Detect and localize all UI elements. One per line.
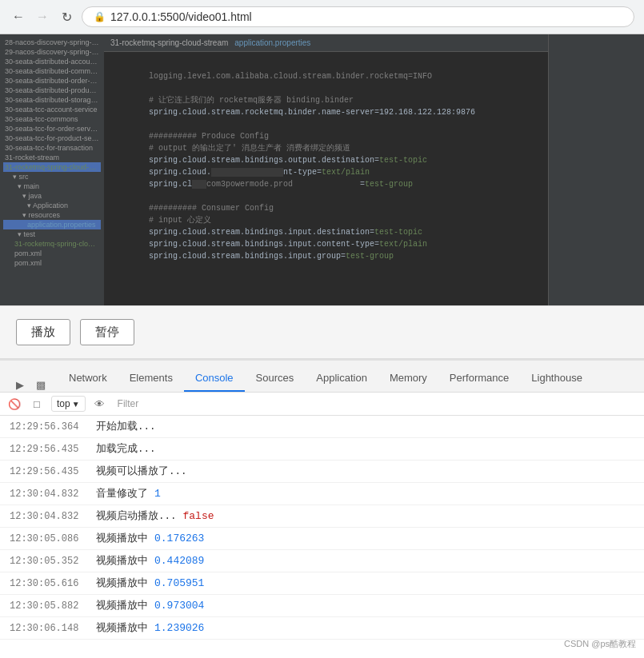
tab-lighthouse[interactable]: Lighthouse	[520, 365, 594, 392]
console-level-value: top	[57, 398, 70, 409]
console-level-dropdown[interactable]: top ▼	[51, 396, 86, 412]
tree-item: 30-seata-distributed-account-service	[3, 57, 101, 66]
ide-code-content: logging.level.com.alibaba.cloud.stream.b…	[104, 52, 548, 281]
log-message: 视频播放中	[96, 599, 148, 612]
tree-item: ▾ java	[3, 191, 101, 201]
back-button[interactable]: ←	[10, 8, 27, 26]
log-message: 视频可以播放了...	[96, 465, 187, 478]
console-toolbar: 🚫 □ top ▼ 👁	[0, 393, 644, 416]
tree-item-selected: 31-rocketmq-spring-cloud-stream	[3, 162, 101, 172]
tree-item: 30-seata-tcc-commons	[3, 114, 101, 124]
forward-button[interactable]: →	[34, 8, 51, 26]
log-entry: 12:29:56.364开始加载...	[0, 416, 644, 438]
tab-elements[interactable]: Elements	[118, 365, 184, 392]
log-value: 0.176263	[154, 532, 204, 544]
ide-window: 28-nacos-discovery-spring-cloud-config 2…	[0, 34, 644, 305]
log-value: 1	[154, 488, 161, 500]
log-message: 视频播放中	[96, 532, 148, 545]
tree-item: 30-seata-distributed-product-service	[3, 86, 101, 95]
ide-editor-toolbar: 31-rocketmq-spring-cloud-stream applicat…	[104, 34, 548, 52]
tab-network[interactable]: Network	[58, 365, 118, 392]
reload-button[interactable]: ↻	[58, 8, 75, 26]
tree-item: 30-seata-distributed-storage-service	[3, 95, 101, 105]
log-message: 视频启动播放...	[96, 509, 177, 523]
log-entry: 12:30:05.086视频播放中 0.176263	[0, 528, 644, 550]
tree-item: 30-seata-distributed-order-service	[3, 76, 101, 86]
tree-item: 30-seata-tcc-for-product-service	[3, 134, 101, 143]
eye-icon[interactable]: 👁	[92, 396, 108, 412]
log-message: 加载完成...	[96, 442, 156, 456]
tree-item: 30-seata-tcc-for-order-service	[3, 124, 101, 134]
video-controls: 播放 暂停	[0, 306, 644, 359]
log-timestamp: 12:29:56.364	[10, 421, 90, 433]
log-timestamp: 12:30:05.352	[10, 556, 90, 567]
tree-item: 28-nacos-discovery-spring-cloud-config	[3, 38, 101, 47]
lock-icon: 🔒	[94, 11, 106, 22]
log-message: 音量修改了	[96, 487, 148, 500]
console-logs: 12:29:56.364开始加载...12:29:56.435加载完成...12…	[0, 416, 644, 640]
tree-item: 30-seata-distributed-commons	[3, 66, 101, 76]
tab-memory[interactable]: Memory	[378, 365, 438, 392]
tree-item: 30-seata-tcc-account-service	[3, 105, 101, 114]
url-text: 127.0.0.1:5500/video01.html	[110, 10, 252, 23]
log-message: 视频播放中	[96, 554, 148, 568]
device-icon[interactable]: ▩	[34, 377, 48, 392]
ide-editor: 31-rocketmq-spring-cloud-stream applicat…	[104, 34, 548, 305]
log-message: 视频播放中	[96, 621, 148, 635]
log-timestamp: 12:30:04.832	[10, 489, 90, 500]
tree-item: ▾ main	[3, 181, 101, 191]
pause-button[interactable]: 暂停	[80, 319, 134, 345]
devtools-icons: ▶ ▩	[6, 377, 54, 392]
log-entry: 12:30:05.616视频播放中 0.705951	[0, 572, 644, 595]
tree-item: ▾ src	[3, 172, 101, 181]
log-entry: 12:30:04.832视频启动播放... false	[0, 505, 644, 528]
devtools-panel: ▶ ▩ Network Elements Console Sources App…	[0, 359, 644, 640]
tree-item-properties: application.properties	[3, 220, 101, 229]
log-value: 1.239026	[154, 622, 204, 634]
log-timestamp: 12:30:05.616	[10, 578, 90, 589]
tab-performance[interactable]: Performance	[438, 365, 520, 392]
tab-application[interactable]: Application	[305, 365, 378, 392]
log-value: 0.705951	[154, 577, 204, 589]
log-entry: 12:30:06.148视频播放中 1.239026	[0, 617, 644, 640]
log-message: 视频播放中	[96, 576, 148, 590]
clear-console-icon[interactable]: 🚫	[6, 396, 22, 412]
log-timestamp: 12:30:06.148	[10, 623, 90, 634]
tab-console[interactable]: Console	[184, 365, 245, 392]
console-settings-icon[interactable]: □	[29, 396, 45, 412]
log-entry: 12:30:04.832音量修改了 1	[0, 483, 644, 505]
log-value: false	[183, 510, 214, 522]
address-bar[interactable]: 🔒 127.0.0.1:5500/video01.html	[82, 6, 634, 27]
tree-item: pom.xml	[3, 249, 101, 258]
tree-item: 29-nacos-discovery-spring-cloud-gateway	[3, 47, 101, 57]
log-value: 0.442089	[154, 555, 204, 567]
play-button[interactable]: 播放	[16, 319, 70, 345]
tree-item: 31-rocket-stream	[3, 153, 101, 162]
tree-item: pom.xml	[3, 258, 101, 268]
ide-file-name: application.properties	[234, 38, 310, 47]
log-timestamp: 12:29:56.435	[10, 466, 90, 477]
tree-item: 30-seata-tcc-for-transaction	[3, 143, 101, 153]
browser-chrome: ← → ↻ 🔒 127.0.0.1:5500/video01.html	[0, 0, 644, 34]
content-area: 28-nacos-discovery-spring-cloud-config 2…	[0, 34, 644, 306]
tree-item: ▾ test	[3, 229, 101, 239]
console-filter-input[interactable]	[114, 397, 638, 411]
log-entry: 12:30:05.352视频播放中 0.442089	[0, 550, 644, 572]
log-message: 开始加载...	[96, 420, 156, 433]
tab-sources[interactable]: Sources	[245, 365, 306, 392]
chevron-down-icon: ▼	[72, 400, 80, 409]
tree-item: 31-rocketmq-spring-cloud-stream.xml	[3, 239, 101, 249]
log-entry: 12:30:05.882视频播放中 0.973004	[0, 595, 644, 617]
log-timestamp: 12:30:05.086	[10, 533, 90, 544]
log-timestamp: 12:30:05.882	[10, 600, 90, 612]
log-value: 0.973004	[154, 600, 204, 612]
log-entry: 12:29:56.435加载完成...	[0, 438, 644, 461]
devtools-tab-bar: ▶ ▩ Network Elements Console Sources App…	[0, 361, 644, 393]
ide-right-panel	[548, 34, 644, 305]
log-timestamp: 12:29:56.435	[10, 444, 90, 455]
tree-item: ▾ resources	[3, 210, 101, 220]
log-entry: 12:29:56.435视频可以播放了...	[0, 461, 644, 483]
tree-item: ▾ Application	[3, 201, 101, 210]
ide-file-breadcrumb: 31-rocketmq-spring-cloud-stream	[110, 38, 228, 47]
cursor-icon[interactable]: ▶	[13, 377, 27, 392]
